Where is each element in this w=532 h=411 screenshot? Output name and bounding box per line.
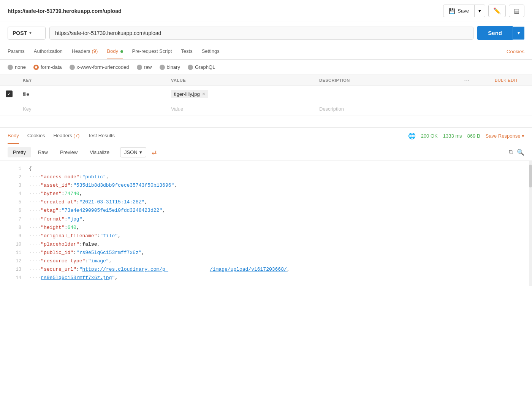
row-checkbox-cell[interactable]: ✓	[0, 86, 18, 102]
table-empty-row: Key Value Description	[0, 102, 532, 116]
save-dropdown-button[interactable]: ▾	[474, 5, 485, 17]
format-type-select[interactable]: JSON ▾	[120, 147, 146, 157]
bulk-edit-link[interactable]: Bulk Edit	[495, 78, 518, 83]
table-check-header	[0, 75, 18, 86]
format-tab-raw[interactable]: Raw	[33, 147, 53, 157]
radio-form-data-icon	[33, 65, 39, 70]
body-type-graphql[interactable]: GraphQL	[188, 64, 215, 70]
key-placeholder: Key	[23, 106, 31, 112]
empty-actions-cell	[460, 102, 490, 116]
wrap-icon[interactable]: ⇄	[152, 149, 157, 156]
table-bulk-header[interactable]: Bulk Edit	[490, 75, 532, 86]
file-tag: tiger-lilly.jpg ×	[171, 90, 208, 98]
method-select[interactable]: POST ▾	[8, 27, 46, 40]
edit-button[interactable]: ✏️	[488, 5, 506, 17]
json-line-11: 11 ···· "public_id": "rs9e5lq6ci53rmff7x…	[0, 249, 532, 257]
desc-placeholder: Description	[319, 106, 344, 112]
response-tab-test-results[interactable]: Test Results	[88, 128, 115, 144]
status-time: 1333 ms	[443, 133, 462, 139]
tab-settings[interactable]: Settings	[202, 44, 220, 59]
json-line-9: 9 ···· "original_filename": "file",	[0, 232, 532, 240]
file-tag-name: tiger-lilly.jpg	[174, 91, 200, 97]
format-tab-preview[interactable]: Preview	[55, 147, 83, 157]
body-type-row: none form-data x-www-form-urlencoded raw…	[0, 60, 532, 75]
empty-value-cell[interactable]: Value	[166, 102, 315, 116]
cookies-link[interactable]: Cookies	[507, 49, 524, 54]
table-row: ✓ file tiger-lilly.jpg ×	[0, 86, 532, 102]
json-line-7: 7 ···· "format": "jpg",	[0, 215, 532, 224]
secure-url-link[interactable]: https://res.cloudinary.com/p_	[82, 265, 168, 274]
format-tab-visualize[interactable]: Visualize	[84, 147, 115, 157]
format-type-label: JSON	[124, 149, 138, 155]
empty-desc-cell[interactable]: Description	[315, 102, 460, 116]
table-key-header: KEY	[18, 75, 166, 86]
format-tab-pretty[interactable]: Pretty	[8, 147, 31, 157]
url-display: https://safe-tor-51739.herokuapp.com/upl…	[8, 8, 122, 14]
file-tag-remove-button[interactable]: ×	[202, 91, 205, 97]
body-type-binary[interactable]: binary	[160, 64, 180, 70]
tab-pre-request[interactable]: Pre-request Script	[132, 44, 172, 59]
response-tab-headers[interactable]: Headers (7)	[54, 128, 80, 144]
radio-graphql-icon	[188, 65, 193, 70]
status-ok-badge: 200 OK	[421, 133, 438, 139]
comment-button[interactable]: ▤	[509, 5, 524, 17]
url-input[interactable]	[49, 27, 473, 40]
secure-url-path-link[interactable]: /image/upload/v1617203668/	[210, 265, 287, 274]
row-key-value: file	[23, 91, 29, 97]
format-row: Pretty Raw Preview Visualize JSON ▾ ⇄ ⧉ …	[0, 144, 532, 161]
three-dots-icon: ···	[464, 78, 470, 83]
tab-body[interactable]: Body	[107, 44, 123, 59]
empty-key-cell[interactable]: Key	[18, 102, 166, 116]
tab-authorization[interactable]: Authorization	[34, 44, 63, 59]
empty-bulk-cell	[490, 102, 532, 116]
tab-headers[interactable]: Headers (9)	[72, 44, 98, 59]
json-line-3: 3 ···· "asset_id": "535d1b8d3dbb9fcece35…	[0, 181, 532, 190]
row-value-cell: tiger-lilly.jpg ×	[166, 86, 315, 102]
json-line-12: 12 ···· "resource_type": "image",	[0, 257, 532, 265]
copy-icon[interactable]: ⧉	[509, 149, 513, 156]
search-icon[interactable]: 🔍	[517, 149, 524, 156]
checkbox-checked-icon[interactable]: ✓	[6, 90, 13, 97]
body-type-urlencoded[interactable]: x-www-form-urlencoded	[70, 64, 129, 70]
tab-params[interactable]: Params	[8, 44, 25, 59]
method-label: POST	[13, 30, 27, 36]
value-placeholder: Value	[171, 106, 183, 112]
response-tabs: Body Cookies Headers (7) Test Results 🌐 …	[0, 128, 532, 144]
row-actions-cell	[460, 86, 490, 102]
comment-icon: ▤	[514, 8, 519, 14]
table-value-header: VALUE	[166, 75, 315, 86]
radio-raw-icon	[137, 65, 142, 70]
radio-binary-icon	[160, 65, 165, 70]
json-line-2: 2 ···· "access_mode": "public",	[0, 173, 532, 181]
save-button[interactable]: 💾 Save	[443, 6, 474, 16]
save-icon: 💾	[449, 8, 455, 14]
secure-url-filename-link[interactable]: rs9e5lq6ci53rmff7x6z.jpg	[41, 274, 112, 282]
response-tab-body[interactable]: Body	[8, 128, 19, 144]
send-dropdown-button[interactable]: ▾	[513, 27, 524, 40]
body-table: KEY VALUE DESCRIPTION ··· Bulk Edit ✓ fi…	[0, 75, 532, 116]
radio-urlencoded-icon	[70, 65, 75, 70]
send-button-group: Send ▾	[477, 26, 524, 40]
response-status-bar: 🌐 200 OK 1333 ms 869 B Save Response ▾	[408, 132, 524, 140]
body-type-raw[interactable]: raw	[137, 64, 152, 70]
empty-check-cell	[0, 102, 18, 116]
tab-tests[interactable]: Tests	[181, 44, 192, 59]
method-arrow-icon: ▾	[29, 30, 32, 35]
send-main-button[interactable]: Send	[477, 26, 513, 40]
json-content: 1 { 2 ···· "access_mode": "public", 3 ··…	[0, 161, 532, 286]
scrollbar-track[interactable]	[529, 161, 532, 286]
json-line-1: 1 {	[0, 165, 532, 173]
row-bulk-cell	[490, 86, 532, 102]
body-type-form-data[interactable]: form-data	[33, 64, 62, 70]
row-key-cell: file	[18, 86, 166, 102]
response-body-actions: ⧉ 🔍	[509, 149, 524, 156]
json-line-14: 14 ···· rs9e5lq6ci53rmff7x6z.jpg",	[0, 274, 532, 282]
json-line-13: 13 ···· "secure_url": "https://res.cloud…	[0, 265, 532, 274]
response-tab-cookies[interactable]: Cookies	[27, 128, 45, 144]
row-desc-cell	[315, 86, 460, 102]
save-response-link[interactable]: Save Response ▾	[486, 133, 524, 139]
body-type-none[interactable]: none	[8, 64, 26, 70]
json-line-4: 4 ···· "bytes": 74740,	[0, 190, 532, 198]
radio-none-icon	[8, 65, 13, 70]
scrollbar-thumb[interactable]	[529, 165, 532, 187]
